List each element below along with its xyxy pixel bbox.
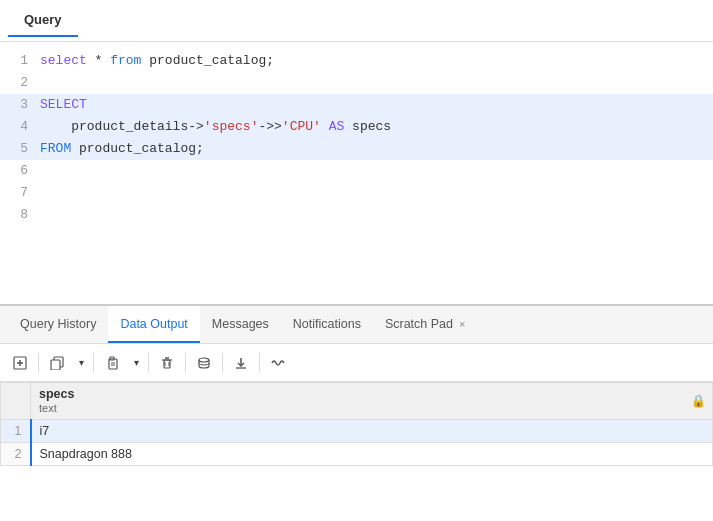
code-line-1: 1select * from product_catalog; (0, 50, 713, 72)
tab-label: Scratch Pad (385, 317, 453, 331)
code-line-5: 5FROM product_catalog; (0, 138, 713, 160)
save-db-button[interactable] (190, 350, 218, 376)
copy-dropdown-button[interactable]: ▾ (73, 350, 89, 376)
code-line-3: 3SELECT (0, 94, 713, 116)
toolbar-sep3 (148, 353, 149, 373)
row-number: 2 (1, 443, 31, 466)
cell-specs[interactable]: Snapdragon 888 (31, 443, 713, 466)
toolbar-sep6 (259, 353, 260, 373)
line-number: 6 (0, 160, 40, 182)
data-table: specstext🔒 1i72Snapdragon 888 (0, 382, 713, 466)
cell-specs[interactable]: i7 (31, 420, 713, 443)
code-editor[interactable]: 1select * from product_catalog;23SELECT4… (0, 42, 713, 304)
row-number: 1 (1, 420, 31, 443)
col-type: text (39, 402, 57, 414)
line-content: SELECT (40, 94, 713, 116)
line-content: select * from product_catalog; (40, 50, 713, 72)
tab-data-output[interactable]: Data Output (108, 306, 199, 343)
line-number: 8 (0, 204, 40, 226)
tab-query-history[interactable]: Query History (8, 306, 108, 343)
table-body: 1i72Snapdragon 888 (1, 420, 713, 466)
code-line-4: 4 product_details->'specs'->>'CPU' AS sp… (0, 116, 713, 138)
paste-dropdown-button[interactable]: ▾ (128, 350, 144, 376)
table-row[interactable]: 2Snapdragon 888 (1, 443, 713, 466)
tab-notifications[interactable]: Notifications (281, 306, 373, 343)
svg-point-14 (199, 358, 209, 362)
tab-label: Data Output (120, 317, 187, 331)
query-header-bar: Query (0, 0, 713, 42)
line-number: 4 (0, 116, 40, 138)
tabs-bar: Query HistoryData OutputMessagesNotifica… (0, 306, 713, 344)
tab-label: Notifications (293, 317, 361, 331)
col-name: specs (39, 387, 704, 401)
add-row-button[interactable] (6, 350, 34, 376)
toolbar-sep1 (38, 353, 39, 373)
table-row[interactable]: 1i7 (1, 420, 713, 443)
data-toolbar: ▾▾ (0, 344, 713, 382)
line-number: 5 (0, 138, 40, 160)
toolbar-sep4 (185, 353, 186, 373)
query-tab-label: Query (8, 4, 78, 37)
graph-button[interactable] (264, 350, 292, 376)
table-head: specstext🔒 (1, 383, 713, 420)
svg-rect-4 (51, 360, 60, 370)
code-line-6: 6 (0, 160, 713, 182)
data-output-panel[interactable]: specstext🔒 1i72Snapdragon 888 (0, 382, 713, 521)
paste-button[interactable] (98, 350, 126, 376)
toolbar-sep5 (222, 353, 223, 373)
tab-label: Query History (20, 317, 96, 331)
tab-close-button[interactable]: × (459, 318, 465, 330)
row-number-header (1, 383, 31, 420)
download-button[interactable] (227, 350, 255, 376)
code-line-7: 7 (0, 182, 713, 204)
tab-messages[interactable]: Messages (200, 306, 281, 343)
line-number: 2 (0, 72, 40, 94)
code-line-2: 2 (0, 72, 713, 94)
col-header-specs[interactable]: specstext🔒 (31, 383, 713, 420)
toolbar-sep2 (93, 353, 94, 373)
query-panel: Query 1select * from product_catalog;23S… (0, 0, 713, 305)
bottom-panel: Query HistoryData OutputMessagesNotifica… (0, 305, 713, 521)
delete-button[interactable] (153, 350, 181, 376)
lock-icon: 🔒 (691, 394, 706, 408)
tab-scratch-pad[interactable]: Scratch Pad× (373, 306, 478, 343)
tab-label: Messages (212, 317, 269, 331)
line-content: product_details->'specs'->>'CPU' AS spec… (40, 116, 713, 138)
line-number: 7 (0, 182, 40, 204)
code-line-8: 8 (0, 204, 713, 226)
copy-button[interactable] (43, 350, 71, 376)
line-number: 3 (0, 94, 40, 116)
line-number: 1 (0, 50, 40, 72)
line-content: FROM product_catalog; (40, 138, 713, 160)
